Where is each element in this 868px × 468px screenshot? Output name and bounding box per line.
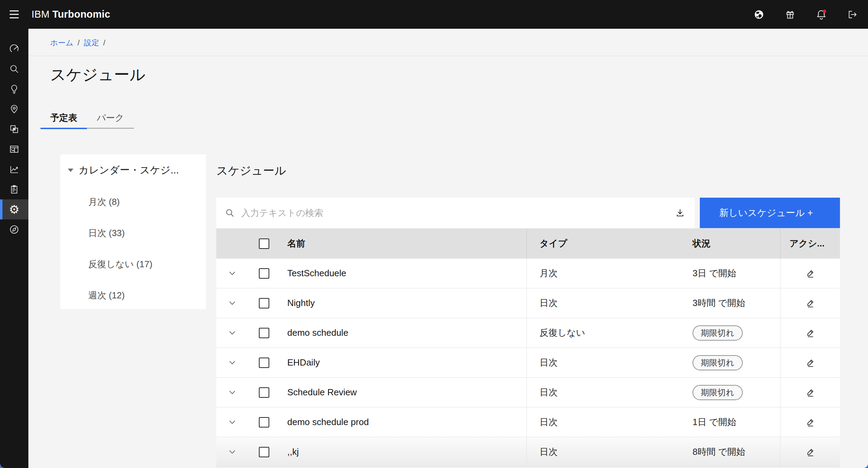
download-icon bbox=[675, 208, 685, 218]
schedule-name: demo schedule bbox=[287, 327, 348, 338]
column-header-actions: アクシ... bbox=[780, 228, 840, 259]
schedule-name: demo schedule prod bbox=[287, 417, 369, 428]
tree-item-weekly[interactable]: 週次 (12) bbox=[60, 280, 206, 311]
sidebar-item-overlap-squares[interactable] bbox=[0, 119, 28, 139]
row-checkbox[interactable] bbox=[259, 328, 269, 338]
breadcrumb: ホーム / 設定 / bbox=[50, 38, 105, 48]
expand-row-button[interactable] bbox=[228, 448, 237, 457]
tree-item-nonrecurring[interactable]: 反復しない (17) bbox=[60, 249, 206, 280]
breadcrumb-settings-link[interactable]: 設定 bbox=[84, 38, 99, 48]
header-divider bbox=[28, 56, 868, 56]
notifications-bell-icon bbox=[815, 8, 828, 21]
chevron-down-icon bbox=[228, 358, 237, 367]
search-input[interactable] bbox=[241, 208, 670, 218]
schedule-name: TestScheduele bbox=[287, 268, 346, 279]
breadcrumb-home-link[interactable]: ホーム bbox=[50, 38, 73, 48]
hamburger-menu-button[interactable] bbox=[0, 0, 28, 29]
expand-row-button[interactable] bbox=[228, 299, 237, 308]
expand-row-button[interactable] bbox=[228, 358, 237, 367]
row-checkbox[interactable] bbox=[259, 298, 269, 308]
location-pin-icon bbox=[9, 104, 20, 115]
schedule-type: 日次 bbox=[540, 416, 558, 428]
sidebar-item-line-chart[interactable] bbox=[0, 159, 28, 179]
edit-button[interactable] bbox=[805, 417, 815, 428]
sidebar-item-dashboard[interactable] bbox=[0, 139, 28, 159]
chevron-down-icon bbox=[228, 299, 237, 308]
globe-button[interactable] bbox=[743, 0, 775, 29]
clipboard-icon bbox=[9, 184, 20, 195]
edit-button[interactable] bbox=[805, 358, 815, 368]
chevron-down-icon bbox=[228, 328, 237, 338]
sidebar-item-lightbulb[interactable] bbox=[0, 79, 28, 99]
compass-icon bbox=[9, 224, 20, 235]
sidebar-item-gauge[interactable] bbox=[0, 39, 28, 59]
row-checkbox[interactable] bbox=[259, 417, 269, 428]
status-value: 3時間 で開始 bbox=[693, 297, 745, 309]
schedule-name: ,,kj bbox=[287, 447, 299, 457]
table-row: TestScheduele 月次 3日 で開始 bbox=[216, 259, 840, 288]
chevron-down-icon bbox=[228, 448, 237, 457]
sidebar-item-clipboard[interactable] bbox=[0, 179, 28, 199]
edit-pencil-icon bbox=[805, 417, 815, 428]
edit-button[interactable] bbox=[805, 387, 815, 398]
edit-pencil-icon bbox=[805, 328, 815, 338]
notifications-button[interactable] bbox=[806, 0, 837, 29]
schedule-type: 月次 bbox=[540, 267, 558, 279]
edit-button[interactable] bbox=[805, 328, 815, 338]
edit-pencil-icon bbox=[805, 298, 815, 308]
table-row: EHDaily 日次 期限切れ bbox=[216, 348, 840, 378]
line-chart-icon bbox=[9, 164, 20, 175]
brand-prefix: IBM bbox=[31, 9, 49, 20]
expand-row-button[interactable] bbox=[228, 418, 237, 427]
tree-item-monthly[interactable]: 月次 (8) bbox=[60, 186, 206, 217]
table-body: TestScheduele 月次 3日 で開始 Nightly 日次 3時間 で bbox=[216, 259, 840, 467]
select-all-checkbox[interactable] bbox=[259, 238, 269, 249]
search-icon bbox=[9, 63, 20, 74]
expand-row-button[interactable] bbox=[228, 269, 237, 278]
breadcrumb-separator: / bbox=[78, 38, 80, 47]
new-schedule-button[interactable]: 新しいスケジュール + bbox=[700, 198, 840, 228]
gauge-icon bbox=[9, 43, 20, 54]
brand-name: Turbonomic bbox=[52, 9, 110, 20]
edit-button[interactable] bbox=[805, 268, 815, 279]
icon-sidebar: ⚙ bbox=[0, 29, 28, 468]
gift-button[interactable] bbox=[775, 0, 806, 29]
expand-row-button[interactable] bbox=[228, 388, 237, 397]
status-badge: 期限切れ bbox=[693, 355, 743, 370]
expand-row-button[interactable] bbox=[228, 328, 237, 338]
tab-bar: 予定表 パーク bbox=[40, 107, 134, 129]
row-checkbox[interactable] bbox=[259, 268, 269, 279]
chevron-down-icon bbox=[228, 269, 237, 278]
column-header-name: 名前 bbox=[280, 237, 526, 250]
schedule-type: 日次 bbox=[540, 446, 558, 458]
logout-button[interactable] bbox=[837, 0, 868, 29]
row-checkbox[interactable] bbox=[259, 447, 269, 457]
sidebar-item-settings[interactable]: ⚙ bbox=[0, 199, 28, 219]
tree-root-toggle[interactable]: カレンダー・スケジ... bbox=[60, 154, 206, 186]
sidebar-item-location-pin[interactable] bbox=[0, 99, 28, 119]
schedule-type: 日次 bbox=[540, 357, 558, 369]
lightbulb-icon bbox=[9, 83, 20, 94]
chevron-down-icon bbox=[228, 388, 237, 397]
tab-park[interactable]: パーク bbox=[87, 107, 134, 129]
status-value: 1日 で開始 bbox=[693, 416, 736, 428]
tab-calendar[interactable]: 予定表 bbox=[40, 107, 87, 129]
row-checkbox[interactable] bbox=[259, 358, 269, 368]
edit-button[interactable] bbox=[805, 447, 815, 457]
main-content: ホーム / 設定 / スケジュール 予定表 パーク カレンダー・スケジ... 月… bbox=[28, 29, 868, 468]
settings-gear-icon: ⚙ bbox=[9, 204, 19, 215]
edit-button[interactable] bbox=[805, 298, 815, 308]
schedule-name: Schedule Review bbox=[287, 387, 357, 398]
schedule-type: 日次 bbox=[540, 386, 558, 398]
table-row: Schedule Review 日次 期限切れ bbox=[216, 378, 840, 407]
gift-icon bbox=[784, 9, 796, 20]
status-value: 8時間 で開始 bbox=[693, 446, 745, 458]
download-button[interactable] bbox=[670, 198, 690, 228]
row-checkbox[interactable] bbox=[259, 387, 269, 398]
brand: IBMTurbonomic bbox=[31, 9, 110, 20]
schedule-type: 日次 bbox=[540, 297, 558, 309]
sidebar-item-search[interactable] bbox=[0, 59, 28, 79]
tree-item-daily[interactable]: 日次 (33) bbox=[60, 217, 206, 249]
sidebar-item-compass[interactable] bbox=[0, 219, 28, 240]
table-row: demo schedule prod 日次 1日 で開始 bbox=[216, 407, 840, 437]
